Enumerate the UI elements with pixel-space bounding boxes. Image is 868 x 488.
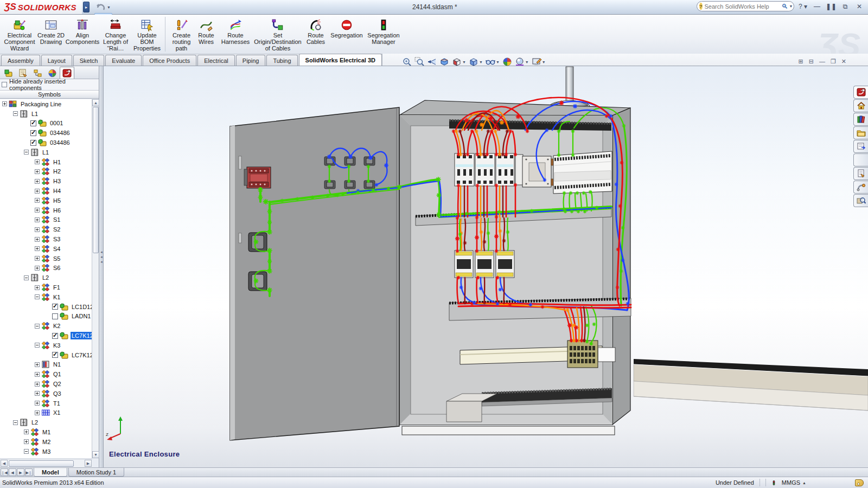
help-button[interactable]: ? ▾ bbox=[797, 3, 808, 10]
tree-row-m1[interactable]: M1 bbox=[0, 427, 92, 437]
ribbon-set-origin-destination-of-cables-button[interactable]: Set Origin/Destination of Cables bbox=[253, 17, 303, 52]
help-search-box[interactable]: ? 🔍︎ ▼ bbox=[697, 1, 794, 11]
dropdown-arrow-icon[interactable]: ▼ bbox=[542, 60, 546, 64]
tree-row-lc7k12[interactable]: LC7K12 bbox=[0, 331, 92, 341]
edit-appearance-button[interactable] bbox=[502, 56, 513, 67]
panel-tab-configurationmanager[interactable] bbox=[30, 67, 45, 79]
expand-toggle-icon[interactable] bbox=[13, 111, 18, 116]
cabinet-plc[interactable] bbox=[553, 151, 612, 194]
row-checkbox[interactable] bbox=[52, 304, 58, 310]
taskpane-tab-view-palette[interactable] bbox=[853, 140, 868, 153]
row-checkbox[interactable] bbox=[52, 352, 58, 358]
expand-toggle-icon[interactable] bbox=[13, 420, 18, 425]
tree-row-x1[interactable]: X1 bbox=[0, 408, 92, 418]
dropdown-arrow-icon[interactable]: ▼ bbox=[479, 60, 483, 64]
status-traffic-icon[interactable] bbox=[771, 479, 776, 487]
tree-row-lc7k12[interactable]: LC7K12 bbox=[0, 350, 92, 360]
row-checkbox[interactable] bbox=[52, 333, 58, 339]
expand-toggle-icon[interactable] bbox=[35, 372, 40, 377]
taskpane-tab-appearances-scenes[interactable] bbox=[853, 153, 868, 166]
expand-toggle-icon[interactable] bbox=[35, 266, 40, 271]
hide-inserted-checkbox[interactable] bbox=[2, 82, 7, 87]
zoom-to-area-button[interactable] bbox=[414, 56, 425, 67]
tree-row-h4[interactable]: H4 bbox=[0, 186, 92, 196]
undo-button[interactable]: ▼ bbox=[94, 1, 112, 13]
tree-row-k1[interactable]: K1 bbox=[0, 292, 92, 302]
bottom-tab-motion-study-1[interactable]: Motion Study 1 bbox=[68, 468, 124, 477]
tab-solidworks-electrical-3d[interactable]: SolidWorks Electrical 3D bbox=[299, 54, 382, 66]
tree-row-s2[interactable]: S2 bbox=[0, 224, 92, 234]
ribbon-route-cables-button[interactable]: Route Cables bbox=[303, 17, 329, 52]
doc-close-button[interactable]: ✕ bbox=[841, 57, 846, 65]
dropdown-arrow-icon[interactable]: ▼ bbox=[496, 60, 500, 64]
expand-toggle-icon[interactable] bbox=[35, 410, 40, 415]
expand-toggle-icon[interactable] bbox=[35, 382, 40, 387]
panel-tab-propertymanager[interactable] bbox=[16, 67, 30, 79]
expand-toggle-icon[interactable] bbox=[35, 189, 40, 194]
tree-row-h3[interactable]: H3 bbox=[0, 176, 92, 186]
expand-toggle-icon[interactable] bbox=[24, 439, 29, 444]
nav-prev-icon[interactable]: ◀ bbox=[9, 468, 16, 476]
expand-toggle-icon[interactable] bbox=[24, 150, 29, 155]
tree-row-h2[interactable]: H2 bbox=[0, 167, 92, 177]
section-view-button[interactable] bbox=[439, 56, 450, 67]
tree-row-k2[interactable]: K2 bbox=[0, 321, 92, 331]
taskpane-tab-search-results[interactable] bbox=[853, 194, 868, 207]
expand-toggle-icon[interactable] bbox=[24, 449, 29, 454]
ribbon-create-routing-path-button[interactable]: Create routing path bbox=[165, 17, 194, 52]
apply-scene-button[interactable]: ▼ bbox=[514, 56, 529, 67]
tree-row-ladn1[interactable]: LADN1 bbox=[0, 312, 92, 322]
bottom-tab-model[interactable]: Model bbox=[34, 468, 67, 477]
tab-layout[interactable]: Layout bbox=[41, 55, 72, 66]
cabinet-breakers[interactable] bbox=[455, 153, 556, 187]
restore-button[interactable]: ❚❚ bbox=[826, 3, 837, 10]
tree-row-f1[interactable]: F1 bbox=[0, 282, 92, 292]
tree-row-l2[interactable]: L2 bbox=[0, 273, 92, 282]
dropdown-arrow-icon[interactable]: ▼ bbox=[525, 60, 529, 64]
tree-row-t1[interactable]: T1 bbox=[0, 399, 92, 408]
door-red-component[interactable] bbox=[244, 167, 271, 188]
expand-toggle-icon[interactable] bbox=[35, 217, 40, 222]
tree-row-l1[interactable]: L1 bbox=[0, 109, 92, 119]
ribbon-align-components-button[interactable]: Align Components bbox=[65, 17, 100, 52]
tree-row-lc1d12[interactable]: LC1D12 bbox=[0, 302, 92, 312]
tree-row-m3[interactable]: M3 bbox=[0, 447, 92, 457]
taskpane-tab-file-explorer[interactable] bbox=[853, 126, 868, 139]
expand-toggle-icon[interactable] bbox=[35, 179, 40, 184]
view-settings-button[interactable]: ▼ bbox=[531, 56, 546, 67]
scroll-thumb[interactable] bbox=[9, 460, 74, 467]
doc-minimize-button[interactable]: — bbox=[819, 57, 825, 65]
tree-row-q1[interactable]: Q1 bbox=[0, 369, 92, 379]
units-selector[interactable]: MMGS▲ bbox=[782, 479, 806, 486]
panel-tab-dimxpertmanager[interactable] bbox=[45, 67, 60, 79]
expand-toggle-icon[interactable] bbox=[24, 429, 29, 434]
scroll-left-icon[interactable]: ◀ bbox=[1, 460, 8, 467]
menu-expander-button[interactable]: ▸ bbox=[83, 2, 90, 12]
tree-row-034486[interactable]: 034486 bbox=[0, 128, 92, 138]
expand-toggle-icon[interactable] bbox=[35, 169, 40, 174]
expand-toggle-icon[interactable] bbox=[35, 285, 40, 290]
scroll-thumb[interactable] bbox=[93, 107, 99, 253]
expand-toggle-icon[interactable] bbox=[35, 294, 40, 299]
nav-first-icon[interactable]: ❘◀ bbox=[1, 468, 8, 476]
tab-tubing[interactable]: Tubing bbox=[266, 55, 297, 66]
tree-row-s4[interactable]: S4 bbox=[0, 244, 92, 254]
minimize-button[interactable]: — bbox=[812, 3, 822, 10]
expand-toggle-icon[interactable] bbox=[35, 237, 40, 242]
row-checkbox[interactable] bbox=[52, 313, 58, 319]
tree-row-s6[interactable]: S6 bbox=[0, 264, 92, 273]
expand-toggle-icon[interactable] bbox=[35, 401, 40, 406]
display-style-button[interactable]: ▼ bbox=[468, 56, 483, 67]
ribbon-electrical-component-wizard-button[interactable]: Electrical Component Wizard bbox=[2, 17, 37, 52]
expand-toggle-icon[interactable] bbox=[35, 343, 40, 348]
tree-row-l2[interactable]: L2 bbox=[0, 418, 92, 427]
dropdown-arrow-icon[interactable]: ▼ bbox=[462, 60, 466, 64]
tree-row-k3[interactable]: K3 bbox=[0, 341, 92, 350]
tree-row-l1[interactable]: L1 bbox=[0, 147, 92, 157]
dropdown-arrow-icon[interactable]: ▼ bbox=[107, 5, 111, 9]
expand-toggle-icon[interactable] bbox=[35, 198, 40, 203]
tab-evaluate[interactable]: Evaluate bbox=[105, 55, 142, 66]
tree-row-q3[interactable]: Q3 bbox=[0, 389, 92, 399]
ribbon-route-wires-button[interactable]: Route Wires bbox=[194, 17, 218, 52]
tree-row-q2[interactable]: Q2 bbox=[0, 379, 92, 389]
